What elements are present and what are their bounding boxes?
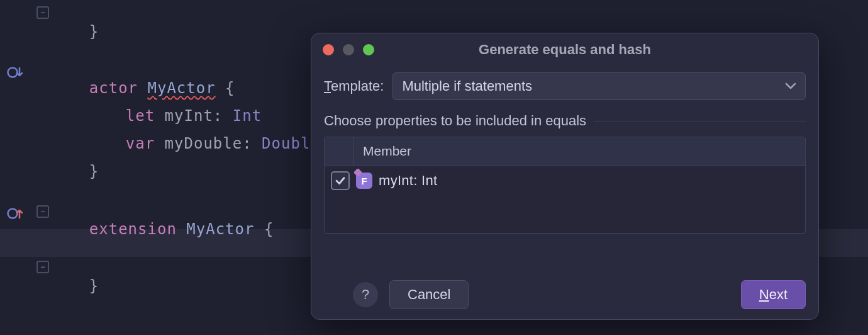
member-label: myInt: Int [379,173,437,189]
generate-equals-hash-dialog: Generate equals and hash Template: Multi… [311,33,819,320]
properties-fieldset: Choose properties to be included in equa… [324,113,806,234]
fold-marker[interactable] [36,205,49,218]
dialog-title: Generate equals and hash [311,42,818,58]
column-header-member: Member [354,144,411,159]
template-label: Template: [324,78,384,94]
cancel-button[interactable]: Cancel [389,280,469,309]
members-table-header: Member [325,137,805,166]
override-down-icon[interactable] [5,63,24,82]
field-icon: F [356,173,372,189]
code-line: extension MyActor { [50,203,274,256]
next-button[interactable]: Next [741,280,806,309]
fieldset-legend: Choose properties to be included in equa… [324,113,594,129]
svg-point-1 [8,209,18,219]
include-member-checkbox[interactable] [331,171,350,190]
dialog-titlebar: Generate equals and hash [311,33,818,66]
svg-point-0 [8,68,18,77]
table-row[interactable]: F myInt: Int [325,166,805,196]
template-selected-value: Multiple if statements [402,78,532,94]
template-combobox[interactable]: Multiple if statements [392,72,806,100]
code-line: } [50,145,99,198]
code-line: } [50,259,99,312]
override-up-icon[interactable] [5,204,24,223]
fold-marker[interactable] [36,6,49,19]
members-table: Member F myInt: Int [324,137,806,234]
chevron-down-icon [785,82,796,90]
code-line: } [50,5,99,58]
help-button[interactable]: ? [353,282,378,307]
fold-marker[interactable] [36,261,49,273]
